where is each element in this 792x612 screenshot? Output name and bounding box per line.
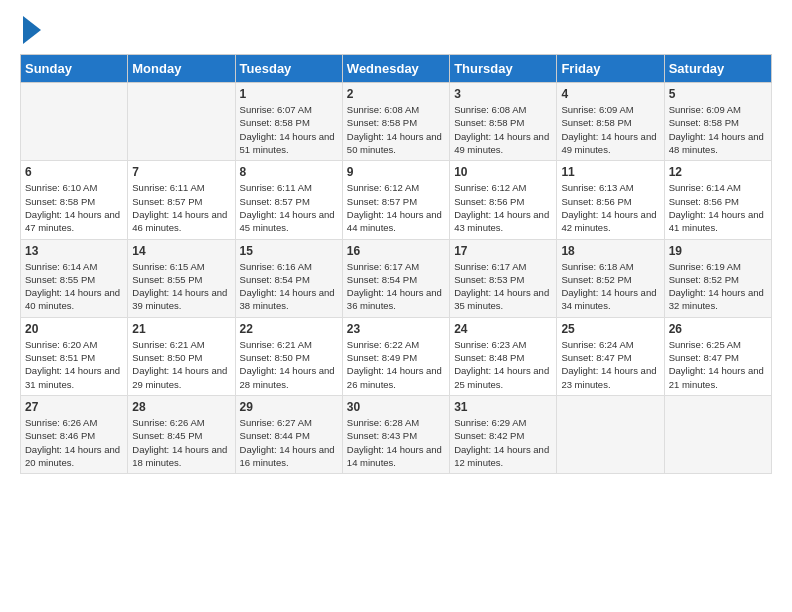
calendar-cell: 31Sunrise: 6:29 AM Sunset: 8:42 PM Dayli… [450, 395, 557, 473]
day-number: 30 [347, 400, 445, 414]
calendar-cell: 28Sunrise: 6:26 AM Sunset: 8:45 PM Dayli… [128, 395, 235, 473]
day-info: Sunrise: 6:13 AM Sunset: 8:56 PM Dayligh… [561, 181, 659, 234]
day-number: 28 [132, 400, 230, 414]
calendar-cell: 15Sunrise: 6:16 AM Sunset: 8:54 PM Dayli… [235, 239, 342, 317]
day-number: 4 [561, 87, 659, 101]
calendar-cell: 14Sunrise: 6:15 AM Sunset: 8:55 PM Dayli… [128, 239, 235, 317]
calendar-cell: 18Sunrise: 6:18 AM Sunset: 8:52 PM Dayli… [557, 239, 664, 317]
calendar-week-row: 6Sunrise: 6:10 AM Sunset: 8:58 PM Daylig… [21, 161, 772, 239]
calendar-table: SundayMondayTuesdayWednesdayThursdayFrid… [20, 54, 772, 474]
calendar-cell: 25Sunrise: 6:24 AM Sunset: 8:47 PM Dayli… [557, 317, 664, 395]
day-number: 3 [454, 87, 552, 101]
day-info: Sunrise: 6:23 AM Sunset: 8:48 PM Dayligh… [454, 338, 552, 391]
day-info: Sunrise: 6:20 AM Sunset: 8:51 PM Dayligh… [25, 338, 123, 391]
day-info: Sunrise: 6:24 AM Sunset: 8:47 PM Dayligh… [561, 338, 659, 391]
day-info: Sunrise: 6:12 AM Sunset: 8:57 PM Dayligh… [347, 181, 445, 234]
day-number: 22 [240, 322, 338, 336]
day-info: Sunrise: 6:27 AM Sunset: 8:44 PM Dayligh… [240, 416, 338, 469]
day-info: Sunrise: 6:09 AM Sunset: 8:58 PM Dayligh… [561, 103, 659, 156]
header-cell-wednesday: Wednesday [342, 55, 449, 83]
day-info: Sunrise: 6:21 AM Sunset: 8:50 PM Dayligh… [132, 338, 230, 391]
header-cell-saturday: Saturday [664, 55, 771, 83]
calendar-cell: 10Sunrise: 6:12 AM Sunset: 8:56 PM Dayli… [450, 161, 557, 239]
day-number: 11 [561, 165, 659, 179]
calendar-cell: 26Sunrise: 6:25 AM Sunset: 8:47 PM Dayli… [664, 317, 771, 395]
day-info: Sunrise: 6:29 AM Sunset: 8:42 PM Dayligh… [454, 416, 552, 469]
calendar-cell: 29Sunrise: 6:27 AM Sunset: 8:44 PM Dayli… [235, 395, 342, 473]
day-info: Sunrise: 6:07 AM Sunset: 8:58 PM Dayligh… [240, 103, 338, 156]
header-cell-thursday: Thursday [450, 55, 557, 83]
day-info: Sunrise: 6:08 AM Sunset: 8:58 PM Dayligh… [347, 103, 445, 156]
calendar-week-row: 13Sunrise: 6:14 AM Sunset: 8:55 PM Dayli… [21, 239, 772, 317]
day-number: 18 [561, 244, 659, 258]
day-number: 10 [454, 165, 552, 179]
day-info: Sunrise: 6:15 AM Sunset: 8:55 PM Dayligh… [132, 260, 230, 313]
calendar-cell: 2Sunrise: 6:08 AM Sunset: 8:58 PM Daylig… [342, 83, 449, 161]
calendar-body: 1Sunrise: 6:07 AM Sunset: 8:58 PM Daylig… [21, 83, 772, 474]
day-number: 13 [25, 244, 123, 258]
day-info: Sunrise: 6:22 AM Sunset: 8:49 PM Dayligh… [347, 338, 445, 391]
header-row: SundayMondayTuesdayWednesdayThursdayFrid… [21, 55, 772, 83]
day-number: 7 [132, 165, 230, 179]
day-info: Sunrise: 6:10 AM Sunset: 8:58 PM Dayligh… [25, 181, 123, 234]
calendar-cell: 17Sunrise: 6:17 AM Sunset: 8:53 PM Dayli… [450, 239, 557, 317]
day-info: Sunrise: 6:12 AM Sunset: 8:56 PM Dayligh… [454, 181, 552, 234]
calendar-week-row: 1Sunrise: 6:07 AM Sunset: 8:58 PM Daylig… [21, 83, 772, 161]
day-number: 23 [347, 322, 445, 336]
day-number: 5 [669, 87, 767, 101]
calendar-cell: 8Sunrise: 6:11 AM Sunset: 8:57 PM Daylig… [235, 161, 342, 239]
day-number: 19 [669, 244, 767, 258]
calendar-cell: 11Sunrise: 6:13 AM Sunset: 8:56 PM Dayli… [557, 161, 664, 239]
day-number: 31 [454, 400, 552, 414]
calendar-cell: 22Sunrise: 6:21 AM Sunset: 8:50 PM Dayli… [235, 317, 342, 395]
day-number: 20 [25, 322, 123, 336]
day-info: Sunrise: 6:26 AM Sunset: 8:45 PM Dayligh… [132, 416, 230, 469]
calendar-cell: 21Sunrise: 6:21 AM Sunset: 8:50 PM Dayli… [128, 317, 235, 395]
day-number: 21 [132, 322, 230, 336]
day-number: 17 [454, 244, 552, 258]
calendar-cell: 24Sunrise: 6:23 AM Sunset: 8:48 PM Dayli… [450, 317, 557, 395]
day-number: 29 [240, 400, 338, 414]
day-number: 9 [347, 165, 445, 179]
calendar-cell: 9Sunrise: 6:12 AM Sunset: 8:57 PM Daylig… [342, 161, 449, 239]
logo-arrow-icon [23, 16, 41, 44]
calendar-cell: 5Sunrise: 6:09 AM Sunset: 8:58 PM Daylig… [664, 83, 771, 161]
day-info: Sunrise: 6:25 AM Sunset: 8:47 PM Dayligh… [669, 338, 767, 391]
header-cell-friday: Friday [557, 55, 664, 83]
calendar-cell: 3Sunrise: 6:08 AM Sunset: 8:58 PM Daylig… [450, 83, 557, 161]
day-info: Sunrise: 6:17 AM Sunset: 8:53 PM Dayligh… [454, 260, 552, 313]
day-info: Sunrise: 6:11 AM Sunset: 8:57 PM Dayligh… [240, 181, 338, 234]
day-number: 24 [454, 322, 552, 336]
calendar-cell [128, 83, 235, 161]
day-number: 26 [669, 322, 767, 336]
calendar-cell: 13Sunrise: 6:14 AM Sunset: 8:55 PM Dayli… [21, 239, 128, 317]
calendar-cell: 1Sunrise: 6:07 AM Sunset: 8:58 PM Daylig… [235, 83, 342, 161]
calendar-cell [557, 395, 664, 473]
day-number: 12 [669, 165, 767, 179]
calendar-cell: 12Sunrise: 6:14 AM Sunset: 8:56 PM Dayli… [664, 161, 771, 239]
calendar-week-row: 20Sunrise: 6:20 AM Sunset: 8:51 PM Dayli… [21, 317, 772, 395]
day-info: Sunrise: 6:17 AM Sunset: 8:54 PM Dayligh… [347, 260, 445, 313]
day-info: Sunrise: 6:14 AM Sunset: 8:56 PM Dayligh… [669, 181, 767, 234]
calendar-cell: 27Sunrise: 6:26 AM Sunset: 8:46 PM Dayli… [21, 395, 128, 473]
calendar-cell: 19Sunrise: 6:19 AM Sunset: 8:52 PM Dayli… [664, 239, 771, 317]
day-info: Sunrise: 6:14 AM Sunset: 8:55 PM Dayligh… [25, 260, 123, 313]
calendar-cell: 6Sunrise: 6:10 AM Sunset: 8:58 PM Daylig… [21, 161, 128, 239]
day-info: Sunrise: 6:11 AM Sunset: 8:57 PM Dayligh… [132, 181, 230, 234]
day-info: Sunrise: 6:19 AM Sunset: 8:52 PM Dayligh… [669, 260, 767, 313]
calendar-week-row: 27Sunrise: 6:26 AM Sunset: 8:46 PM Dayli… [21, 395, 772, 473]
day-number: 27 [25, 400, 123, 414]
header-cell-monday: Monday [128, 55, 235, 83]
calendar-cell: 30Sunrise: 6:28 AM Sunset: 8:43 PM Dayli… [342, 395, 449, 473]
day-number: 25 [561, 322, 659, 336]
day-info: Sunrise: 6:28 AM Sunset: 8:43 PM Dayligh… [347, 416, 445, 469]
day-number: 2 [347, 87, 445, 101]
day-number: 1 [240, 87, 338, 101]
header-cell-tuesday: Tuesday [235, 55, 342, 83]
logo [20, 20, 41, 44]
header-cell-sunday: Sunday [21, 55, 128, 83]
day-info: Sunrise: 6:18 AM Sunset: 8:52 PM Dayligh… [561, 260, 659, 313]
day-info: Sunrise: 6:16 AM Sunset: 8:54 PM Dayligh… [240, 260, 338, 313]
day-info: Sunrise: 6:26 AM Sunset: 8:46 PM Dayligh… [25, 416, 123, 469]
page-header [20, 20, 772, 44]
